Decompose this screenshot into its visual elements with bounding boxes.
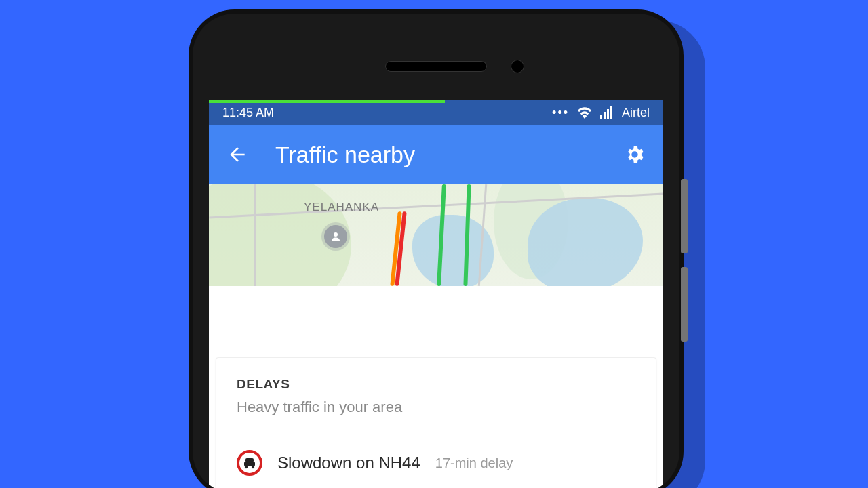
phone-sensor (511, 60, 524, 73)
person-icon (330, 230, 342, 243)
status-bar: 11:45 AM ••• Airtel (209, 100, 663, 125)
phone-frame: 11:45 AM ••• Airtel Traffic nearb (189, 9, 684, 488)
settings-button[interactable] (621, 141, 648, 168)
more-icon: ••• (552, 106, 569, 120)
svg-point-4 (334, 232, 338, 237)
phone-side-button (681, 267, 688, 342)
progress-indicator (209, 100, 445, 103)
phone-screen: 11:45 AM ••• Airtel Traffic nearb (209, 100, 663, 488)
delay-title: Slowdown on NH44 (277, 453, 420, 472)
arrow-left-icon (226, 144, 248, 165)
svg-rect-0 (600, 115, 602, 119)
phone-earpiece (385, 61, 487, 72)
traffic-map[interactable]: YELAHANKA (209, 184, 663, 286)
delay-item[interactable]: Slowdown on NH44 17-min delay (237, 450, 635, 488)
delays-heading: DELAYS (237, 377, 635, 392)
svg-rect-7 (245, 458, 254, 462)
svg-rect-1 (604, 112, 606, 119)
app-bar: Traffic nearby (209, 125, 663, 184)
delays-card: DELAYS Heavy traffic in your area (216, 358, 656, 488)
svg-point-9 (252, 466, 254, 468)
back-button[interactable] (224, 141, 251, 168)
svg-rect-2 (607, 109, 609, 119)
status-carrier: Airtel (622, 106, 650, 120)
map-place-label: YELAHANKA (304, 201, 379, 214)
page-title: Traffic nearby (275, 142, 604, 168)
traffic-sign-icon (237, 450, 262, 476)
phone-side-button (681, 179, 688, 253)
signal-icon (600, 106, 614, 119)
wifi-icon (577, 106, 592, 119)
status-time: 11:45 AM (222, 106, 274, 120)
delays-subtitle: Heavy traffic in your area (237, 399, 635, 416)
svg-point-8 (245, 466, 248, 468)
delay-meta: 17-min delay (435, 455, 513, 471)
svg-rect-3 (610, 106, 612, 119)
gear-icon (624, 144, 646, 165)
location-pin[interactable] (324, 225, 347, 248)
